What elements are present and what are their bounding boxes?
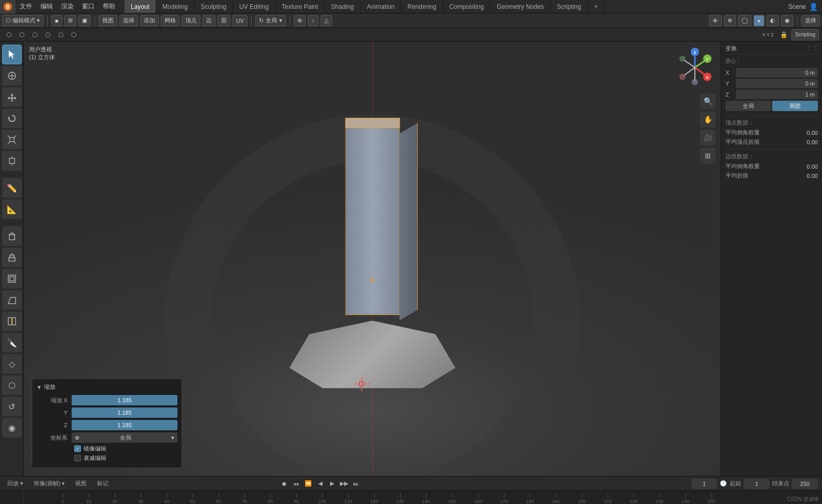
tool-cursor[interactable]	[2, 66, 22, 86]
edge-menu[interactable]: 边	[202, 15, 215, 26]
ruler-mark[interactable]: 100	[309, 494, 335, 504]
grid-icon[interactable]: ⊞	[700, 148, 716, 164]
zoom-icon[interactable]: 🔍	[700, 93, 716, 109]
tool-move[interactable]	[2, 87, 22, 107]
lock-icon[interactable]: 🔒	[778, 29, 789, 40]
tab-sculpting[interactable]: Sculpting	[195, 0, 233, 13]
end-frame[interactable]: 250	[792, 479, 818, 489]
ruler-mark[interactable]: 240	[673, 494, 698, 504]
mesh-type-solid[interactable]: ■	[51, 15, 62, 26]
ruler-mark[interactable]: 170	[491, 494, 517, 504]
ruler-mark[interactable]: 160	[465, 494, 491, 504]
viewport-shading-wire[interactable]: ◯	[738, 15, 751, 26]
ruler-mark[interactable]: 230	[647, 494, 673, 504]
ruler-mark[interactable]: 50	[180, 494, 206, 504]
select-menu[interactable]: 选择	[119, 15, 138, 26]
menu-edit[interactable]: 编辑	[36, 0, 57, 13]
viewport-shading-material[interactable]: ◐	[766, 15, 779, 26]
shrink-checkbox[interactable]	[74, 455, 81, 461]
proportional-falloff[interactable]: △	[321, 15, 332, 26]
viewport-3d[interactable]: 用户透视 (1) 立方体 Z Y X	[24, 42, 721, 476]
tool-loop-cut[interactable]	[2, 311, 22, 331]
ruler-mark[interactable]: 120	[361, 494, 387, 504]
tab-uv-editing[interactable]: UV Editing	[233, 0, 276, 13]
tool-knife[interactable]: 🔪	[2, 333, 22, 352]
ruler-mark[interactable]: 60	[206, 494, 231, 504]
tool-extrude[interactable]	[2, 248, 22, 267]
ruler-mark[interactable]: 250	[698, 494, 724, 504]
play-btn[interactable]: ▶	[327, 479, 337, 489]
tool-bevel[interactable]	[2, 290, 22, 310]
ruler-mark[interactable]: 130	[387, 494, 413, 504]
options-label[interactable]: 选择	[801, 15, 820, 26]
local-btn[interactable]: 局部	[772, 101, 818, 111]
mesh-type-render[interactable]: ▣	[78, 15, 91, 26]
options-btn[interactable]: Scripting	[791, 29, 819, 40]
menu-window[interactable]: 窗口	[78, 0, 99, 13]
ruler-mark[interactable]: 30	[128, 494, 154, 504]
scale-z-input[interactable]: 1.185	[72, 420, 177, 430]
tool-spin[interactable]: ↺	[2, 397, 22, 416]
panel-options-icon[interactable]: ⋮⋮	[806, 45, 818, 52]
tab-add[interactable]: +	[588, 0, 605, 13]
step-forward-btn[interactable]: ▶▶	[339, 479, 349, 489]
add-menu[interactable]: 添加	[140, 15, 159, 26]
ruler-mark[interactable]: 20	[102, 494, 128, 504]
mode-icon-5[interactable]: ⬡	[55, 29, 66, 40]
uv-menu[interactable]: UV	[232, 15, 248, 26]
ruler-mark[interactable]: 210	[595, 494, 621, 504]
mirror-checkbox[interactable]: ✓	[74, 445, 81, 452]
tab-texture-paint[interactable]: Texture Paint	[276, 0, 325, 13]
mode-icon-2[interactable]: ⬡	[16, 29, 28, 40]
vertex-menu[interactable]: 顶点	[182, 15, 200, 26]
viewport-gizmo[interactable]: Z Y X	[674, 47, 716, 88]
scale-y-input[interactable]: 1.185	[72, 407, 177, 418]
tool-measure[interactable]: 📐	[2, 199, 22, 219]
z-value[interactable]: 1 m	[736, 90, 818, 99]
jump-start-btn[interactable]: ⏮	[291, 479, 302, 489]
tab-modeling[interactable]: Modeling	[156, 0, 195, 13]
tool-rotate[interactable]	[2, 108, 22, 128]
gizmo-toggle[interactable]: ⊕	[724, 15, 736, 26]
global-btn[interactable]: 全局	[725, 101, 771, 111]
coord-select[interactable]: ⊕ 全局 ▾	[72, 432, 177, 443]
overlay-toggle[interactable]: 👁	[709, 15, 722, 26]
ruler-mark[interactable]: 150	[439, 494, 465, 504]
current-frame[interactable]: 1	[691, 479, 717, 489]
tool-bisect[interactable]: ◇	[2, 354, 22, 374]
mode-icon-6[interactable]: ⬡	[68, 29, 79, 40]
menu-file[interactable]: 文件	[16, 0, 36, 13]
tab-compositing[interactable]: Compositing	[443, 0, 491, 13]
viewport-shading-rendered[interactable]: ◉	[781, 15, 793, 26]
tool-select[interactable]	[2, 45, 22, 64]
jump-end-btn[interactable]: ⏭	[351, 479, 361, 489]
ruler-mark[interactable]: 40	[154, 494, 180, 504]
y-value[interactable]: 0 m	[736, 79, 818, 88]
menu-help[interactable]: 帮助	[99, 0, 119, 13]
ruler-mark[interactable]: 220	[621, 494, 647, 504]
timeline[interactable]: 1102030405060708090100110120130140150160…	[0, 491, 822, 504]
tool-smooth[interactable]: ◉	[2, 418, 22, 438]
timeline-ruler[interactable]: 1102030405060708090100110120130140150160…	[24, 491, 822, 504]
tab-layout[interactable]: Layout	[125, 0, 156, 13]
step-back-frame-btn[interactable]: ◀	[315, 479, 325, 489]
tab-animation[interactable]: Animation	[361, 0, 401, 13]
ruler-mark[interactable]: 1	[50, 494, 76, 504]
playback-btn[interactable]: 回放 ▾	[4, 479, 26, 489]
ruler-mark[interactable]: 140	[413, 494, 439, 504]
face-menu[interactable]: 面	[217, 15, 230, 26]
ruler-mark[interactable]: 80	[257, 494, 283, 504]
marker-btn[interactable]: 标记	[94, 479, 112, 489]
tool-annotate[interactable]: ✏️	[2, 178, 22, 198]
proportional-edit[interactable]: ○	[308, 15, 319, 26]
mode-selector[interactable]: ⬡ 编辑模式 ▾	[2, 15, 44, 26]
step-back-btn[interactable]: ⏪	[303, 479, 313, 489]
tool-transform[interactable]	[2, 151, 22, 171]
mode-icon-4[interactable]: ⬡	[42, 29, 53, 40]
menu-render[interactable]: 渲染	[57, 0, 78, 13]
tab-scripting[interactable]: Scripting	[551, 0, 588, 13]
tab-shading[interactable]: Shading	[325, 0, 361, 13]
ruler-mark[interactable]: 110	[335, 494, 361, 504]
mode-icon-3[interactable]: ⬡	[29, 29, 40, 40]
tool-inset[interactable]	[2, 269, 22, 289]
